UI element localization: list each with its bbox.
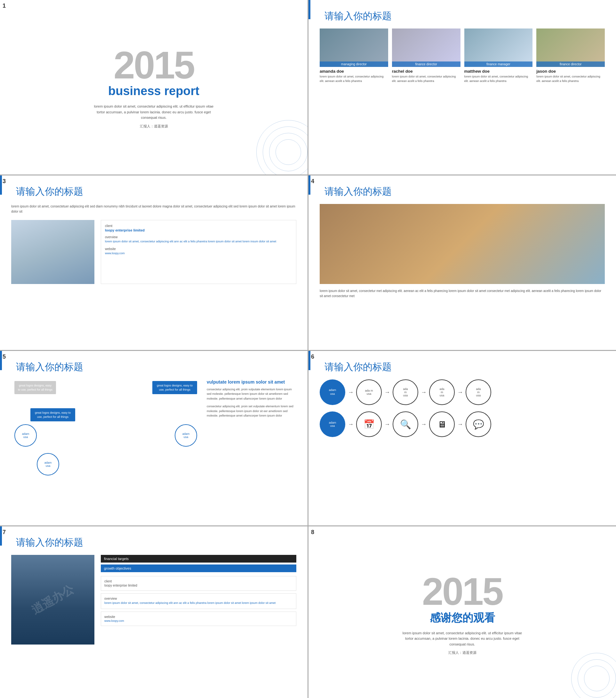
process-icon-circle-0: adamusa <box>320 411 345 437</box>
slide1-author: 汇报人：逍遥资源 <box>140 124 168 129</box>
slide3-intro: lorem ipsum dolor sit amet, consectetuer… <box>11 204 296 214</box>
team-card-3: finance director jason doe lorem ipsum d… <box>536 28 605 83</box>
watermark: 逍遥办公 <box>29 582 76 618</box>
s7-client-value: loopy enterprise limited <box>104 584 293 587</box>
team-label-3: finance director <box>536 61 605 67</box>
team-desc-0: lorem ipsum dolor sit amet, consectetur … <box>320 74 388 83</box>
team-grid: managing director amanda doe lorem ipsum… <box>320 28 605 83</box>
bubble-blue-2: great logos designs, easy to use, perfec… <box>30 408 75 421</box>
team-label-1: finance director <box>392 61 460 67</box>
slide5-accent <box>0 351 2 370</box>
slide5-text2: consectetur adipiscing elit. proin set v… <box>207 404 296 418</box>
slide4-heading: 请输入你的标题 <box>325 185 605 198</box>
process-icon-2: 🔍 <box>393 411 418 437</box>
team-name-3: jason doe <box>536 69 605 74</box>
s7-client-label: client <box>104 580 293 583</box>
team-desc-3: lorem ipsum dolor sit amet, consectetur … <box>536 74 605 83</box>
info-overview: overview lorem ipsum dolor sit amet, con… <box>101 593 296 609</box>
arrow-3: → <box>421 389 427 396</box>
bubble-blue-1: great logos designs, easy to use, perfec… <box>152 381 197 394</box>
slide6-accent <box>309 351 311 370</box>
slide5-left: great logos designs, easy to use, perfec… <box>11 379 200 475</box>
team-card-0: managing director amanda doe lorem ipsum… <box>320 28 388 83</box>
slide-5: 5 请输入你的标题 great logos designs, easy to u… <box>0 351 307 526</box>
slide-number-7: 7 <box>3 529 6 536</box>
slide8-body: lorem ipsum dolor sit amet, consectetur … <box>402 630 523 647</box>
slide1-body: lorem ipsum dolor sit amet, consectetur … <box>93 104 215 121</box>
info-client: client loopy enterprise limited <box>101 576 296 591</box>
team-photo-1: finance director <box>392 28 460 67</box>
slide8-subtitle: 感谢您的观看 <box>430 611 495 625</box>
slide1-title: business report <box>108 84 199 98</box>
team-photo-3: finance director <box>536 28 605 67</box>
slide5-right: vulputate lorem ipsum solor sit amet con… <box>207 379 296 475</box>
process-icon-4: 💬 <box>465 411 491 437</box>
website-value: www.loopy.com <box>105 251 292 256</box>
process-circle-outline-2: adamusa <box>393 379 418 405</box>
arrow-6: → <box>384 421 390 428</box>
box-overview: overview lorem ipsum dolor sit amet, con… <box>105 235 292 244</box>
obj-box: growth objectives <box>101 564 296 572</box>
process-circle-outline-4: adamusa <box>465 379 491 405</box>
arrow-5: → <box>348 421 354 428</box>
team-card-1: finance director rachel doe lorem ipsum … <box>392 28 460 83</box>
slide1-year: 2015 <box>114 46 194 84</box>
slide7-accent <box>0 526 2 546</box>
overview-label: overview <box>105 235 292 239</box>
team-desc-2: lorem ipsum dolor sit amet, consectetur … <box>464 74 533 83</box>
slide4-image <box>320 204 605 284</box>
team-label-2: finance manager <box>464 61 533 67</box>
slide7-right: financial targets growth objectives clie… <box>101 555 296 644</box>
slide-7: 7 请输入你的标题 逍遥办公 financial targets growth … <box>0 526 307 698</box>
team-photo-2: finance manager <box>464 28 533 67</box>
process-row-2: adamusa → 📅 → 🔍 → 🖥 → 💬 <box>320 411 605 437</box>
target-box: financial targets <box>101 555 296 562</box>
slide3-infobox: client loopy enterprise limited overview… <box>101 220 296 284</box>
slide-number-8: 8 <box>311 529 314 536</box>
slide4-text: lorem ipsum dolor sit amet, consectetur … <box>320 289 605 299</box>
slide-6: 6 请输入你的标题 adamusa → ada musa → adamusa →… <box>309 351 616 526</box>
slide7-content: 逍遥办公 financial targets growth objectives… <box>11 555 296 644</box>
slide7-photo: 逍遥办公 <box>11 555 95 644</box>
circle-person-3: adamusa <box>37 453 59 475</box>
arrow-1: → <box>348 389 354 396</box>
overview-text: lorem ipsum dolor sit amet, consectetur … <box>105 239 292 244</box>
slide8-author: 汇报人：逍遥资源 <box>448 650 476 655</box>
team-name-1: rachel doe <box>392 69 460 74</box>
slide-1: 1 2015 business report lorem ipsum dolor… <box>0 0 307 174</box>
slide-4: 4 请输入你的标题 lorem ipsum dolor sit amet, co… <box>309 176 616 350</box>
process-icon-1: 📅 <box>356 411 382 437</box>
slide5-right-title: vulputate lorem ipsum solor sit amet <box>207 379 296 385</box>
team-name-0: amanda doe <box>320 69 388 74</box>
slide3-accent <box>0 176 2 195</box>
arrow-8: → <box>457 421 463 428</box>
team-desc-1: lorem ipsum dolor sit amet, consectetur … <box>392 74 460 83</box>
s7-website-label: website <box>104 615 293 618</box>
client-value: loopy enterprise limited <box>105 228 292 232</box>
slide2-heading: 请输入你的标题 <box>325 10 605 23</box>
slide3-heading: 请输入你的标题 <box>16 185 296 198</box>
bubble-gray-1: great logos designs, easy to use, perfec… <box>14 381 56 394</box>
box-website: website www.loopy.com <box>105 247 292 256</box>
process-circle-filled-1: adamusa <box>320 379 345 405</box>
slide3-photo <box>11 220 95 284</box>
slide5-content: great logos designs, easy to use, perfec… <box>11 379 296 475</box>
slide-2: 请输入你的标题 managing director amanda doe lor… <box>309 0 616 174</box>
slide-number-1: 1 <box>3 3 6 9</box>
team-label-0: managing director <box>320 61 388 67</box>
s7-website-value: www.loopy.com <box>104 619 293 623</box>
team-photo-0: managing director <box>320 28 388 67</box>
s7-overview-label: overview <box>104 597 293 600</box>
slide-number-4: 4 <box>311 178 314 185</box>
process-icon-3: 🖥 <box>429 411 455 437</box>
arrow-4: → <box>457 389 463 396</box>
circle-person-2: adamusa <box>175 424 197 447</box>
arrow-7: → <box>421 421 427 428</box>
arrow-2: → <box>384 389 390 396</box>
process-row-1: adamusa → ada musa → adamusa → adamusa →… <box>320 379 605 405</box>
circle-person-1: adamusa <box>14 424 37 447</box>
client-label: client <box>105 224 292 228</box>
slide-number-6: 6 <box>311 353 314 360</box>
team-card-2: finance manager matthew doe lorem ipsum … <box>464 28 533 83</box>
website-label: website <box>105 247 292 251</box>
